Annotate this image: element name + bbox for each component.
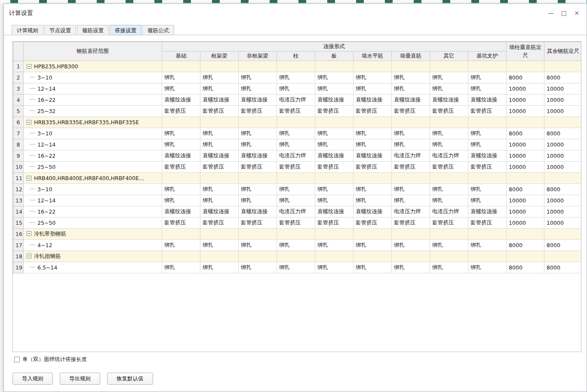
connection-cell[interactable]: 绑扎 — [162, 72, 200, 83]
connection-cell[interactable]: 电渣压力焊 — [392, 206, 430, 217]
connection-cell[interactable]: 绑扎 — [200, 139, 239, 150]
connection-cell[interactable]: 绑扎 — [315, 195, 353, 206]
connection-cell[interactable]: 绑扎 — [162, 128, 200, 139]
connection-cell[interactable]: 绑扎 — [239, 128, 277, 139]
connection-cell[interactable]: 绑扎 — [430, 83, 468, 95]
connection-cell[interactable]: 直螺纹连接 — [200, 95, 239, 106]
connection-cell[interactable]: 绑扎 — [315, 262, 353, 273]
connection-cell[interactable]: 绑扎 — [277, 72, 315, 83]
connection-cell[interactable]: 直螺纹连接 — [315, 206, 353, 217]
connection-cell[interactable]: 直螺纹连接 — [239, 95, 277, 106]
connection-cell[interactable]: 绑扎 — [315, 184, 353, 195]
connection-cell[interactable]: 套管挤压 — [353, 162, 392, 173]
connection-cell[interactable]: 绑扎 — [392, 139, 430, 150]
connection-cell[interactable]: 绑扎 — [468, 240, 507, 251]
connection-cell[interactable]: 直螺纹连接 — [392, 95, 430, 106]
collapse-minus-icon[interactable] — [27, 254, 31, 258]
connection-cell[interactable]: 直螺纹连接 — [315, 95, 353, 106]
other-length-cell[interactable]: 8000 — [544, 128, 581, 139]
connection-cell[interactable]: 绑扎 — [239, 72, 277, 83]
connection-cell[interactable]: 绑扎 — [162, 83, 200, 95]
connection-cell[interactable]: 绑扎 — [392, 240, 430, 251]
connection-cell[interactable]: 套管挤压 — [162, 162, 200, 173]
connection-cell[interactable]: 直螺纹连接 — [353, 150, 392, 162]
connection-cell[interactable]: 套管挤压 — [239, 217, 277, 229]
connection-cell[interactable]: 绑扎 — [277, 139, 315, 150]
minimize-icon[interactable]: — — [544, 7, 557, 18]
connection-cell[interactable]: 绑扎 — [353, 139, 392, 150]
wall-column-length-cell[interactable]: 10000 — [507, 162, 544, 173]
diameter-range-cell[interactable]: 12~14 — [24, 139, 162, 150]
connection-cell[interactable]: 绑扎 — [277, 240, 315, 251]
connection-cell[interactable]: 绑扎 — [353, 83, 392, 95]
diameter-range-cell[interactable]: 16~22 — [24, 206, 162, 217]
group-label-cell[interactable]: 冷轧扭钢筋 — [24, 251, 162, 262]
connection-cell[interactable]: 绑扎 — [162, 195, 200, 206]
connection-cell[interactable]: 绑扎 — [353, 240, 392, 251]
collapse-minus-icon[interactable] — [27, 120, 31, 125]
maximize-icon[interactable]: □ — [557, 7, 570, 18]
connection-cell[interactable]: 绑扎 — [277, 184, 315, 195]
diameter-range-cell[interactable]: 6.5~14 — [24, 262, 162, 273]
single-double-weld-checkbox[interactable] — [14, 357, 20, 362]
connection-cell[interactable]: 绑扎 — [392, 195, 430, 206]
connection-cell[interactable]: 直螺纹连接 — [468, 150, 507, 162]
connection-cell[interactable]: 套管挤压 — [392, 106, 430, 117]
wall-column-length-cell[interactable]: 10000 — [507, 106, 544, 117]
wall-column-length-cell[interactable]: 8000 — [507, 262, 544, 273]
connection-cell[interactable]: 套管挤压 — [353, 106, 392, 117]
connection-cell[interactable]: 绑扎 — [315, 83, 353, 95]
other-length-cell[interactable]: 10000 — [544, 150, 581, 162]
connection-cell[interactable]: 绑扎 — [315, 139, 353, 150]
connection-cell[interactable]: 绑扎 — [353, 184, 392, 195]
collapse-minus-icon[interactable] — [27, 231, 31, 236]
connection-cell[interactable]: 直螺纹连接 — [353, 95, 392, 106]
close-icon[interactable]: × — [570, 7, 583, 18]
other-length-cell[interactable]: 10000 — [544, 95, 581, 106]
connection-cell[interactable]: 电渣压力焊 — [430, 206, 468, 217]
connection-cell[interactable]: 绑扎 — [392, 128, 430, 139]
connection-cell[interactable]: 绑扎 — [162, 240, 200, 251]
connection-cell[interactable]: 绑扎 — [200, 240, 239, 251]
tab-node-settings[interactable]: 节点设置 — [44, 25, 76, 35]
wall-column-length-cell[interactable]: 10000 — [507, 95, 544, 106]
connection-cell[interactable]: 绑扎 — [200, 83, 239, 95]
connection-cell[interactable]: 套管挤压 — [392, 217, 430, 229]
diameter-range-cell[interactable]: 25~50 — [24, 162, 162, 173]
connection-cell[interactable]: 绑扎 — [315, 240, 353, 251]
connection-cell[interactable]: 绑扎 — [239, 262, 277, 273]
diameter-range-cell[interactable]: 16~22 — [24, 95, 162, 106]
connection-cell[interactable]: 套管挤压 — [430, 217, 468, 229]
connection-cell[interactable]: 绑扎 — [200, 184, 239, 195]
connection-cell[interactable]: 绑扎 — [430, 262, 468, 273]
other-length-cell[interactable]: 10000 — [544, 139, 581, 150]
connection-cell[interactable]: 绑扎 — [200, 195, 239, 206]
connection-cell[interactable]: 绑扎 — [430, 139, 468, 150]
other-length-cell[interactable]: 10000 — [544, 195, 581, 206]
other-length-cell[interactable]: 8000 — [544, 72, 581, 83]
diameter-range-cell[interactable]: 12~14 — [24, 83, 162, 95]
connection-cell[interactable]: 套管挤压 — [353, 217, 392, 229]
connection-cell[interactable]: 电渣压力焊 — [277, 206, 315, 217]
connection-cell[interactable]: 套管挤压 — [162, 217, 200, 229]
connection-cell[interactable]: 绑扎 — [239, 139, 277, 150]
collapse-minus-icon[interactable] — [27, 64, 31, 69]
connection-cell[interactable]: 绑扎 — [200, 262, 239, 273]
wall-column-length-cell[interactable]: 10000 — [507, 150, 544, 162]
wall-column-length-cell[interactable]: 10000 — [507, 217, 544, 229]
diameter-range-cell[interactable]: 25~32 — [24, 106, 162, 117]
group-label-cell[interactable]: HRB400,HRB400E,HRBF400,HRBF400E... — [24, 173, 162, 184]
import-rules-button[interactable]: 导入规则 — [12, 373, 53, 385]
diameter-range-cell[interactable]: 12~14 — [24, 195, 162, 206]
connection-cell[interactable]: 绑扎 — [277, 83, 315, 95]
connection-cell[interactable]: 直螺纹连接 — [430, 95, 468, 106]
connection-cell[interactable]: 直螺纹连接 — [239, 150, 277, 162]
connection-cell[interactable]: 套管挤压 — [200, 217, 239, 229]
connection-cell[interactable]: 套管挤压 — [277, 162, 315, 173]
other-length-cell[interactable]: 10000 — [544, 206, 581, 217]
other-length-cell[interactable]: 10000 — [544, 162, 581, 173]
connection-cell[interactable]: 套管挤压 — [468, 106, 507, 117]
connection-cell[interactable]: 绑扎 — [239, 195, 277, 206]
tab-calc-rules[interactable]: 计算规则 — [12, 25, 43, 35]
connection-cell[interactable]: 绑扎 — [468, 184, 507, 195]
